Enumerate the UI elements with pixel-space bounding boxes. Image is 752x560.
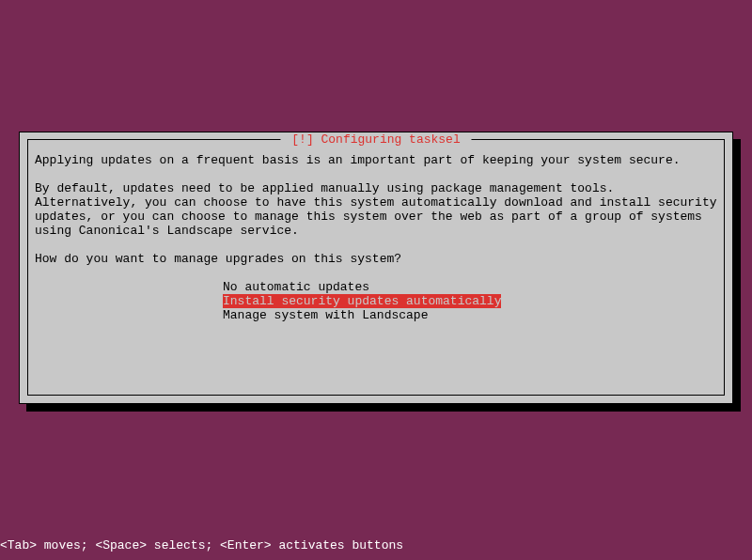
options-menu: No automatic updates Install security up… bbox=[223, 280, 717, 322]
option-no-automatic-updates[interactable]: No automatic updates bbox=[223, 280, 369, 294]
dialog-content: Applying updates on a frequent basis is … bbox=[35, 153, 717, 322]
option-install-security-updates[interactable]: Install security updates automatically bbox=[223, 294, 501, 308]
dialog-box: [!] Configuring tasksel Applying updates… bbox=[19, 132, 733, 404]
dialog-paragraph-2: By default, updates need to be applied m… bbox=[35, 181, 717, 238]
dialog-title: [!] Configuring tasksel bbox=[280, 132, 471, 147]
dialog-question: How do you want to manage upgrades on th… bbox=[35, 252, 717, 266]
status-bar: <Tab> moves; <Space> selects; <Enter> ac… bbox=[0, 538, 403, 552]
option-manage-landscape[interactable]: Manage system with Landscape bbox=[223, 308, 428, 322]
dialog-paragraph-1: Applying updates on a frequent basis is … bbox=[35, 153, 717, 167]
